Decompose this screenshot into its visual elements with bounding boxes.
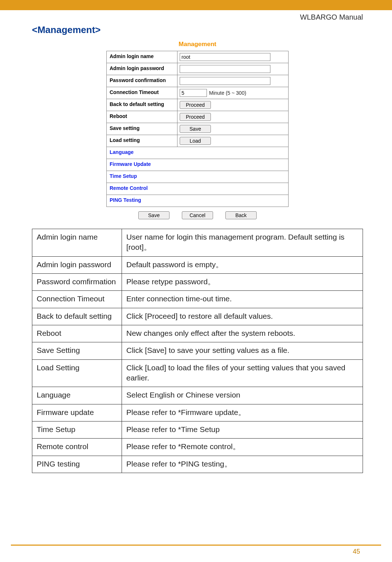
password-confirmation-input[interactable]	[180, 77, 270, 85]
desc-text: Default password is empty。	[122, 256, 363, 273]
desc-text: Click [Proceed] to restore all default v…	[122, 308, 363, 325]
table-row: RebootNew changes only effect after the …	[32, 325, 363, 342]
link-ping-testing-text: PING Testing	[107, 195, 288, 207]
desc-term: Save Setting	[32, 342, 122, 359]
description-table: Admin login nameUser name for login this…	[32, 229, 363, 473]
footer-line	[11, 545, 381, 546]
load-setting-button[interactable]: Load	[180, 137, 211, 145]
link-remote-control[interactable]: Remote Control	[107, 183, 288, 195]
connection-timeout-hint: Minute (5 ~ 300)	[209, 90, 246, 96]
desc-text: Please refer to *Time Setup	[122, 422, 363, 439]
admin-login-name-input[interactable]	[180, 53, 270, 61]
desc-text: Click [Save] to save your setting values…	[122, 342, 363, 359]
page-number: 45	[0, 548, 392, 555]
doc-title: WLBARGO Manual	[32, 13, 363, 21]
desc-term: Remote control	[32, 439, 122, 456]
page-footer: 45	[0, 545, 392, 555]
table-row: PING testingPlease refer to *PING testin…	[32, 456, 363, 473]
label-load-setting: Load setting	[107, 135, 177, 147]
label-connection-timeout: Connection Timeout	[107, 87, 177, 99]
top-orange-bar	[0, 0, 392, 10]
label-password-confirmation: Password confirmation	[107, 75, 177, 87]
row-admin-login-name: Admin login name	[107, 51, 288, 63]
admin-login-password-input[interactable]	[180, 65, 270, 73]
table-row: Connection TimeoutEnter connection time-…	[32, 291, 363, 308]
desc-term: Password comfirmation	[32, 274, 122, 291]
link-firmware-update-text: Firmware Update	[107, 159, 288, 171]
desc-term: Language	[32, 387, 122, 404]
link-remote-control-text: Remote Control	[107, 183, 288, 195]
row-connection-timeout: Connection Timeout Minute (5 ~ 300)	[107, 87, 288, 99]
link-ping-testing[interactable]: PING Testing	[107, 195, 288, 207]
save-setting-button[interactable]: Save	[180, 125, 211, 133]
desc-term: Time Setup	[32, 422, 122, 439]
link-firmware-update[interactable]: Firmware Update	[107, 159, 288, 171]
desc-term: PING testing	[32, 456, 122, 473]
row-reboot: Reboot Proceed	[107, 111, 288, 123]
section-heading: <Management>	[32, 24, 363, 36]
reboot-proceed-button[interactable]: Proceed	[180, 113, 211, 121]
table-row: LanguageSelect English or Chinese versio…	[32, 387, 363, 404]
management-screenshot: Management Admin login name Admin login …	[32, 41, 363, 219]
link-time-setup[interactable]: Time Setup	[107, 171, 288, 183]
desc-term: Admin login name	[32, 229, 122, 257]
desc-text: Please refer to *PING testing。	[122, 456, 363, 473]
table-row: Back to default settingClick [Proceed] t…	[32, 308, 363, 325]
label-reboot: Reboot	[107, 111, 177, 123]
label-admin-login-password: Admin login password	[107, 63, 177, 75]
label-back-default: Back to default setting	[107, 99, 177, 111]
row-admin-login-password: Admin login password	[107, 63, 288, 75]
row-load-setting: Load setting Load	[107, 135, 288, 147]
desc-term: Back to default setting	[32, 308, 122, 325]
label-save-setting: Save setting	[107, 123, 177, 135]
table-row: Password comfirmationPlease retype passw…	[32, 274, 363, 291]
table-row: Save SettingClick [Save] to save your se…	[32, 342, 363, 359]
desc-term: Admin login password	[32, 256, 122, 273]
row-password-confirmation: Password confirmation	[107, 75, 288, 87]
connection-timeout-input[interactable]	[180, 89, 207, 97]
desc-text: Please refer to *Firmware update。	[122, 404, 363, 421]
table-row: Time SetupPlease refer to *Time Setup	[32, 422, 363, 439]
form-save-button[interactable]: Save	[138, 211, 170, 219]
management-form: Admin login name Admin login password Pa…	[106, 51, 289, 207]
desc-term: Connection Timeout	[32, 291, 122, 308]
link-language-text: Language	[107, 147, 288, 159]
desc-term: Load Setting	[32, 359, 122, 387]
table-row: Load SettingClick [Load] to load the fil…	[32, 359, 363, 387]
table-row: Firmware updatePlease refer to *Firmware…	[32, 404, 363, 421]
table-row: Admin login nameUser name for login this…	[32, 229, 363, 257]
desc-text: Please retype password。	[122, 274, 363, 291]
form-cancel-button[interactable]: Cancel	[182, 211, 213, 219]
desc-text: New changes only effect after the system…	[122, 325, 363, 342]
back-default-proceed-button[interactable]: Proceed	[180, 101, 211, 109]
desc-term: Firmware update	[32, 404, 122, 421]
bottom-button-row: Save Cancel Back	[107, 211, 288, 219]
desc-text: Enter connection time-out time.	[122, 291, 363, 308]
link-language[interactable]: Language	[107, 147, 288, 159]
desc-text: Select English or Chinese version	[122, 387, 363, 404]
link-time-setup-text: Time Setup	[107, 171, 288, 183]
label-admin-login-name: Admin login name	[107, 51, 177, 63]
table-row: Remote controlPlease refer to *Remote co…	[32, 439, 363, 456]
form-back-button[interactable]: Back	[225, 211, 257, 219]
row-back-default: Back to default setting Proceed	[107, 99, 288, 111]
screenshot-title: Management	[32, 41, 363, 48]
table-row: Admin login passwordDefault password is …	[32, 256, 363, 273]
desc-text: Click [Load] to load the files of your s…	[122, 359, 363, 387]
desc-term: Reboot	[32, 325, 122, 342]
row-save-setting: Save setting Save	[107, 123, 288, 135]
desc-text: User name for login this management prog…	[122, 229, 363, 257]
desc-text: Please refer to *Remote control。	[122, 439, 363, 456]
